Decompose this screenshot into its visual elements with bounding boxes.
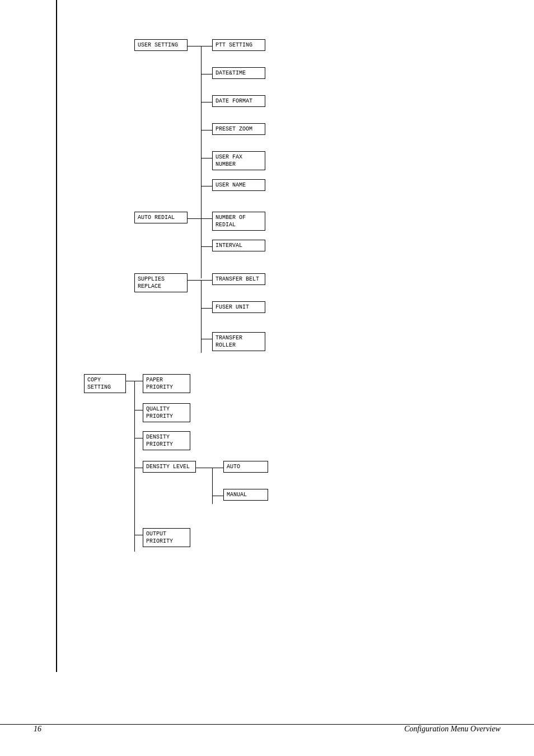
line-autoredial-right — [188, 218, 201, 219]
line-datetime — [201, 74, 212, 74]
vline-densitylevel — [212, 468, 213, 504]
line-densitylevel-right — [196, 468, 212, 468]
node-manual: MANUAL — [223, 489, 268, 501]
node-transfer-roller: TRANSFER ROLLER — [212, 332, 265, 351]
node-ptt-setting: PTT SETTING — [212, 39, 265, 51]
line-densitylevel — [134, 468, 143, 468]
line-densitypriority — [134, 438, 143, 438]
line-userfax — [201, 158, 212, 158]
left-border — [56, 0, 57, 672]
line-dateformat — [201, 102, 212, 102]
line-presetzoom — [201, 130, 212, 130]
line-username — [201, 186, 212, 186]
node-auto: AUTO — [223, 461, 268, 473]
footer: 16 Configuration Menu Overview — [0, 724, 534, 734]
line-outputpriority — [134, 535, 143, 535]
line-numredial — [201, 218, 212, 219]
node-supplies-replace: SUPPLIES REPLACE — [134, 273, 188, 292]
node-fuser-unit: FUSER UNIT — [212, 301, 265, 313]
node-copy-setting: COPY SETTING — [84, 374, 126, 393]
vline-copy — [134, 381, 135, 552]
node-quality-priority: QUALITY PRIORITY — [143, 403, 190, 422]
vline-autoredial — [201, 218, 202, 260]
line-user-setting-right — [188, 46, 202, 46]
node-preset-zoom: PRESET ZOOM — [212, 123, 265, 135]
node-number-of-redial: NUMBER OF REDIAL — [212, 212, 265, 231]
node-date-time: DATE&TIME — [212, 67, 265, 79]
page-number: 16 — [34, 725, 41, 734]
footer-title: Configuration Menu Overview — [404, 725, 500, 734]
line-transferroller — [201, 339, 212, 339]
vline-supplies — [201, 280, 202, 353]
line-interval — [201, 246, 212, 247]
line-auto — [212, 468, 223, 468]
node-auto-redial: AUTO REDIAL — [134, 212, 188, 223]
line-manual — [212, 496, 223, 496]
line-qualitypriority — [134, 410, 143, 410]
line-supplies-right — [188, 280, 201, 281]
line-ptt — [201, 46, 212, 46]
page: USER SETTING PTT SETTING DATE&TIME DATE … — [0, 0, 534, 756]
node-user-fax-number: USER FAX NUMBER — [212, 151, 265, 170]
line-paperpriority — [134, 381, 143, 381]
line-copy-right — [126, 381, 134, 381]
line-transferbelt — [201, 280, 212, 281]
node-date-format: DATE FORMAT — [212, 95, 265, 107]
node-interval: INTERVAL — [212, 240, 265, 251]
node-output-priority: OUTPUT PRIORITY — [143, 528, 190, 547]
node-density-level: DENSITY LEVEL — [143, 461, 196, 473]
node-user-name: USER NAME — [212, 179, 265, 191]
node-density-priority: DENSITY PRIORITY — [143, 431, 190, 450]
node-transfer-belt: TRANSFER BELT — [212, 273, 265, 285]
line-fuserunit — [201, 308, 212, 309]
node-paper-priority: PAPER PRIORITY — [143, 374, 190, 393]
node-user-setting: USER SETTING — [134, 39, 188, 51]
